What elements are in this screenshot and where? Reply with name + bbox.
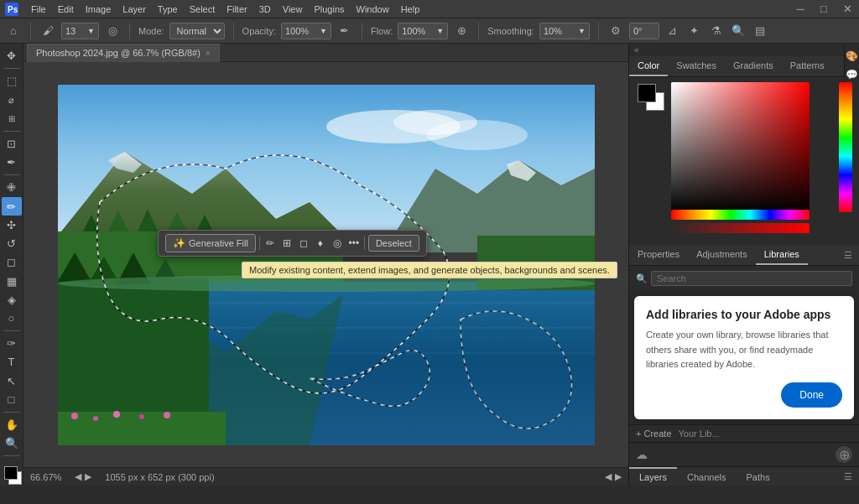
marquee-tool[interactable]: ⬚ xyxy=(2,72,22,90)
close-btn[interactable]: ✕ xyxy=(839,1,856,18)
tab-gradients[interactable]: Gradients xyxy=(725,56,782,76)
scroll-right-btn[interactable]: ▶ xyxy=(85,471,91,482)
spot-healing-tool[interactable]: ✙ xyxy=(2,179,22,196)
history-brush-tool[interactable]: ↺ xyxy=(2,235,22,252)
menu-3d[interactable]: 3D xyxy=(253,0,277,18)
menu-plugins[interactable]: Plugins xyxy=(308,0,350,18)
settings-icon[interactable]: ⚙ xyxy=(607,23,624,39)
tab-color[interactable]: Color xyxy=(629,56,668,76)
minimize-btn[interactable]: ─ xyxy=(792,1,809,18)
shape-tool[interactable]: □ xyxy=(2,391,22,408)
circle-icon[interactable]: ◎ xyxy=(331,236,344,250)
zoom-tool[interactable]: 🔍 xyxy=(2,434,22,452)
generative-fill-btn[interactable]: ✨ Generative Fill xyxy=(165,234,256,252)
mode-select[interactable]: Normal xyxy=(169,23,225,39)
tab-properties[interactable]: Properties xyxy=(629,245,688,265)
flask-icon[interactable]: ⚗ xyxy=(708,23,725,39)
paths-tab[interactable]: Paths xyxy=(737,467,780,486)
properties-tabs: Properties Adjustments Libraries ☰ xyxy=(629,245,859,266)
collapse-left-btn[interactable]: « xyxy=(634,45,639,55)
alpha-strip[interactable] xyxy=(671,223,810,233)
gradient-tool[interactable]: ▦ xyxy=(2,272,22,289)
library-search-input[interactable] xyxy=(651,271,852,286)
type-tool[interactable]: T xyxy=(2,353,22,371)
color-picker-area[interactable] xyxy=(671,82,810,212)
menu-image[interactable]: Image xyxy=(80,0,117,18)
crop-tool[interactable]: ⊡ xyxy=(2,135,22,153)
toolbar: ✥ ⬚ ⌀ ⊞ ⊡ ✒ ✙ ✏ ✣ ↺ ◻ ▦ ◈ ○ ✑ T ↖ □ ✋ 🔍 xyxy=(0,44,23,486)
brush-preset-btn[interactable]: 🖌 xyxy=(39,23,56,39)
hue-slider[interactable] xyxy=(839,82,852,212)
fg-color-large[interactable] xyxy=(638,84,656,102)
menu-filter[interactable]: Filter xyxy=(221,0,252,18)
move-tool[interactable]: ✥ xyxy=(2,47,22,65)
eraser-tool[interactable]: ◻ xyxy=(2,253,22,271)
cloud-icon[interactable]: ☁ xyxy=(636,448,648,461)
menu-edit[interactable]: Edit xyxy=(52,0,80,18)
nav-next[interactable]: ▶ xyxy=(615,471,622,482)
tab-close[interactable]: × xyxy=(206,49,211,58)
panel-icon[interactable]: ▤ xyxy=(752,23,768,39)
scroll-left-btn[interactable]: ◀ xyxy=(75,471,81,482)
layers-tab[interactable]: Layers xyxy=(629,467,677,486)
angle-value[interactable]: 0° xyxy=(629,23,659,39)
eyedropper-tool[interactable]: ✒ xyxy=(2,153,22,171)
home-btn[interactable]: ⌂ xyxy=(5,23,22,39)
menu-type[interactable]: Type xyxy=(152,0,184,18)
menu-view[interactable]: View xyxy=(277,0,309,18)
side-icon-palette[interactable]: 🎨 xyxy=(846,50,858,62)
brush-icon2[interactable]: ✦ xyxy=(686,23,703,39)
flow-value[interactable]: 100%▼ xyxy=(398,23,448,39)
menu-window[interactable]: Window xyxy=(351,0,395,18)
smoothing-value[interactable]: 10%▼ xyxy=(539,23,590,39)
search-icon[interactable]: 🔍 xyxy=(730,23,747,39)
layer-panel-menu[interactable]: ☰ xyxy=(837,468,859,486)
color-spectrum xyxy=(636,82,852,236)
square-icon[interactable]: ◻ xyxy=(297,236,310,250)
canvas-tab[interactable]: Photoshop 2024.jpg @ 66.7% (RGB/8#) × xyxy=(27,44,220,62)
hue-strip[interactable] xyxy=(671,210,810,220)
tab-adjustments[interactable]: Adjustments xyxy=(688,245,756,265)
nav-prev[interactable]: ◀ xyxy=(605,471,612,482)
channels-tab[interactable]: Channels xyxy=(677,467,736,486)
blur-tool[interactable]: ◈ xyxy=(2,291,22,309)
properties-panel-menu[interactable]: ☰ xyxy=(837,246,859,265)
fg-color-swatch[interactable] xyxy=(4,466,18,480)
brush-hardness-btn[interactable]: ◎ xyxy=(104,23,121,39)
brush-size[interactable]: 13 ▼ xyxy=(61,23,99,39)
more-icon[interactable]: ••• xyxy=(347,236,361,250)
clone-stamp-tool[interactable]: ✣ xyxy=(2,216,22,234)
menu-file[interactable]: File xyxy=(25,0,52,18)
menu-layer[interactable]: Layer xyxy=(117,0,152,18)
svg-point-29 xyxy=(113,411,120,418)
flow-icon[interactable]: ⊕ xyxy=(453,23,470,39)
menu-help[interactable]: Help xyxy=(395,0,426,18)
ft-sep1 xyxy=(259,236,260,250)
opacity-value[interactable]: 100%▼ xyxy=(281,23,331,39)
tab-swatches[interactable]: Swatches xyxy=(668,56,725,76)
selection-icon[interactable]: ⊞ xyxy=(280,236,294,250)
fill-icon[interactable]: ♦ xyxy=(314,236,327,250)
lasso-tool[interactable]: ⌀ xyxy=(2,91,22,108)
symmetry-icon[interactable]: ⊿ xyxy=(664,23,681,39)
edit-icon[interactable]: ✏ xyxy=(263,236,277,250)
dodge-tool[interactable]: ○ xyxy=(2,309,22,327)
tab-libraries[interactable]: Libraries xyxy=(756,245,808,265)
create-library-btn[interactable]: + Create xyxy=(636,429,672,439)
side-icon-chat[interactable]: 💬 xyxy=(846,69,858,81)
opacity-pen-icon[interactable]: ✒ xyxy=(336,23,353,39)
libraries-done-btn[interactable]: Done xyxy=(781,382,842,408)
pen-tool[interactable]: ✑ xyxy=(2,335,22,352)
hand-tool[interactable]: ✋ xyxy=(2,416,22,434)
object-select-tool[interactable]: ⊞ xyxy=(2,110,22,127)
add-icon[interactable]: ⊕ xyxy=(836,446,852,463)
menu-select[interactable]: Select xyxy=(184,0,221,18)
tab-patterns[interactable]: Patterns xyxy=(782,56,833,76)
brush-tool[interactable]: ✏ xyxy=(2,197,22,215)
deselect-btn[interactable]: Deselect xyxy=(368,235,419,252)
restore-btn[interactable]: □ xyxy=(815,1,832,18)
path-selection-tool[interactable]: ↖ xyxy=(2,372,22,390)
sep4 xyxy=(362,23,362,39)
canvas-container[interactable]: ✨ Generative Fill ✏ ⊞ ◻ ♦ ◎ ••• Deselect… xyxy=(23,62,628,467)
your-library-btn[interactable]: Your Lib... xyxy=(679,429,720,439)
